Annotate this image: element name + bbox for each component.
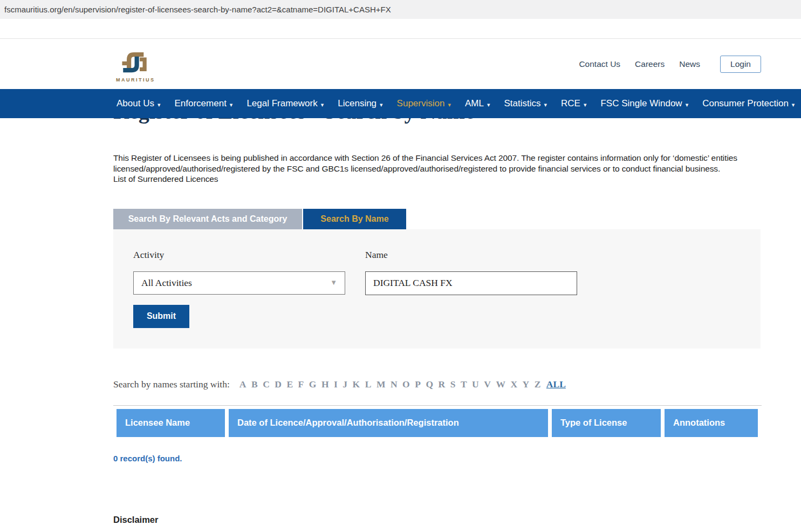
name-input[interactable] [365,271,577,295]
activity-selected-value: All Activities [141,277,192,289]
disclaimer-heading: Disclaimer [113,515,761,525]
alpha-filter-row: Search by names starting with: ABCDEFGHI… [113,379,761,390]
letter-link[interactable]: H [321,379,329,390]
letter-link[interactable]: Y [523,379,530,390]
nav-item-label: Statistics [504,98,540,109]
letter-link[interactable]: K [353,379,360,390]
nav-item[interactable]: Consumer Protection ▾ [702,98,795,109]
nav-item[interactable]: Enforcement ▾ [174,98,232,109]
search-tabs: Search By Relevant Acts and Category Sea… [113,209,761,229]
letter-link[interactable]: M [376,379,386,390]
letter-link[interactable]: R [439,379,446,390]
letter-link[interactable]: P [415,379,421,390]
nav-item[interactable]: AML ▾ [465,98,490,109]
letter-link[interactable]: X [510,379,517,390]
chevron-down-icon: ▾ [448,101,451,108]
tab-search-by-acts[interactable]: Search By Relevant Acts and Category [113,209,302,229]
nav-item[interactable]: Licensing ▾ [338,98,382,109]
nav-item[interactable]: RCE ▾ [561,98,586,109]
fsc-logo[interactable]: MAURITIUS [116,45,154,83]
letter-link[interactable]: I [334,379,338,390]
letter-all-link[interactable]: ALL [546,379,566,390]
header-right: Contact UsCareersNews Login [579,39,761,89]
chevron-down-icon: ▾ [792,101,795,108]
letter-link[interactable]: L [365,379,372,390]
table-top-rule [113,405,762,406]
alpha-letters: ABCDEFGHIJKLMNOPQRSTUVWXYZ [239,379,546,390]
letter-link[interactable]: A [239,379,247,390]
page-title-clip: Register of Licensees - Search by Name [113,118,761,127]
activity-label: Activity [133,249,164,261]
header-link[interactable]: Contact Us [579,59,620,69]
page-title: Register of Licensees - Search by Name [113,118,761,124]
fsc-logo-icon [119,45,150,76]
chevron-down-icon: ▾ [158,101,161,108]
nav-item[interactable]: Statistics ▾ [504,98,547,109]
nav-item-label: Licensing [338,98,376,109]
header-link[interactable]: News [679,59,700,69]
letter-link[interactable]: G [309,379,317,390]
chevron-down-icon: ▾ [380,101,383,108]
header-links: Contact UsCareersNews [579,59,700,69]
nav-item-label: RCE [561,98,580,109]
letter-link[interactable]: E [286,379,293,390]
results-table-header: Licensee NameDate of Licence/Approval/Au… [117,409,761,437]
letter-link[interactable]: B [251,379,258,390]
nav-item-label: Enforcement [174,98,226,109]
chevron-down-icon: ▾ [584,101,587,108]
nav-item-label: AML [465,98,484,109]
letter-link[interactable]: Q [426,379,433,390]
nav-item-label: FSC Single Window [600,98,682,109]
search-form-panel: Activity Name All Activities ▼ Submit [113,229,761,349]
letter-link[interactable]: T [461,379,467,390]
chevron-down-icon: ▾ [321,101,324,108]
browser-chrome-gap [0,19,801,39]
chevron-down-icon: ▾ [686,101,689,108]
letter-link[interactable]: C [263,379,270,390]
letter-link[interactable]: V [484,379,491,390]
intro-text: This Register of Licensees is being publ… [113,153,754,185]
nav-item[interactable]: About Us ▾ [117,98,160,109]
nav-item[interactable]: Supervision ▾ [397,98,451,109]
nav-item-label: Legal Framework [247,98,317,109]
login-button[interactable]: Login [720,56,761,73]
letter-link[interactable]: O [402,379,410,390]
letter-link[interactable]: N [391,379,398,390]
nav-item[interactable]: FSC Single Window ▾ [600,98,688,109]
main-nav: About Us ▾ Enforcement ▾ Legal Framework… [0,89,801,118]
nav-item-label: Supervision [397,98,445,109]
dropdown-caret-icon: ▼ [330,278,337,287]
submit-button[interactable]: Submit [133,305,189,328]
header-link[interactable]: Careers [635,59,665,69]
tab-search-by-name[interactable]: Search By Name [303,209,406,229]
chevron-down-icon: ▾ [544,101,547,108]
nav-item-label: About Us [117,98,154,109]
surrendered-licences-link[interactable]: List of Surrendered Licences [113,174,754,185]
alpha-filter-label: Search by names starting with: [113,379,230,390]
logo-caption: MAURITIUS [116,77,154,83]
letter-link[interactable]: F [298,379,304,390]
nav-item-label: Consumer Protection [702,98,789,109]
table-column-header[interactable]: Licensee Name [117,409,225,437]
intro-paragraph: This Register of Licensees is being publ… [113,153,737,173]
chevron-down-icon: ▾ [487,101,490,108]
name-label: Name [365,249,388,261]
table-column-header[interactable]: Type of License [552,409,661,437]
activity-select[interactable]: All Activities ▼ [133,271,345,295]
table-column-header[interactable]: Annotations [665,409,758,437]
browser-url-bar[interactable]: fscmauritius.org/en/supervision/register… [0,0,801,19]
nav-item[interactable]: Legal Framework ▾ [247,98,324,109]
letter-link[interactable]: U [472,379,479,390]
page-url[interactable]: fscmauritius.org/en/supervision/register… [4,5,391,14]
letter-link[interactable]: W [496,379,505,390]
site-header: MAURITIUS Contact UsCareersNews Login [0,39,801,89]
chevron-down-icon: ▾ [230,101,233,108]
records-found-text: 0 record(s) found. [113,454,761,463]
table-column-header[interactable]: Date of Licence/Approval/Authorisation/R… [229,409,548,437]
main-content: Register of Licensees - Search by Name T… [113,118,761,525]
letter-link[interactable]: Z [535,379,541,390]
letter-link[interactable]: S [450,379,456,390]
letter-link[interactable]: J [343,379,347,390]
letter-link[interactable]: D [275,379,282,390]
